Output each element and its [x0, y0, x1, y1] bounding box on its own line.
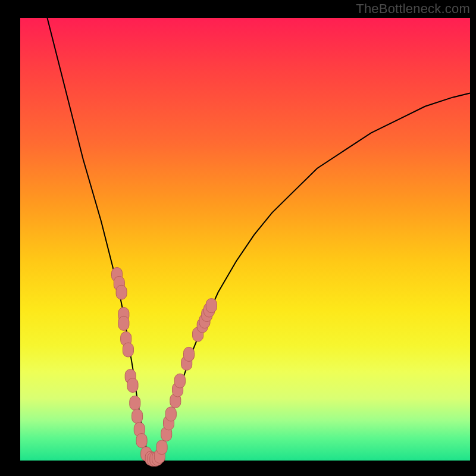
curve-marker	[127, 378, 138, 393]
curve-marker	[184, 347, 195, 361]
curve-marker	[123, 343, 133, 357]
curve-marker	[130, 396, 140, 410]
curve-markers	[112, 268, 217, 466]
bottleneck-curve	[47, 18, 470, 461]
curve-marker	[206, 299, 217, 313]
curve-marker	[132, 409, 143, 424]
chart-frame: TheBottleneck.com	[0, 0, 476, 476]
watermark-text: TheBottleneck.com	[356, 1, 470, 17]
curve-marker	[136, 434, 147, 448]
curve-marker	[116, 285, 127, 299]
chart-svg	[20, 18, 470, 461]
curve-marker	[156, 440, 167, 455]
curve-marker	[118, 316, 129, 330]
curve-marker	[174, 374, 185, 388]
plot-area	[20, 18, 470, 461]
curve-marker	[165, 407, 176, 421]
